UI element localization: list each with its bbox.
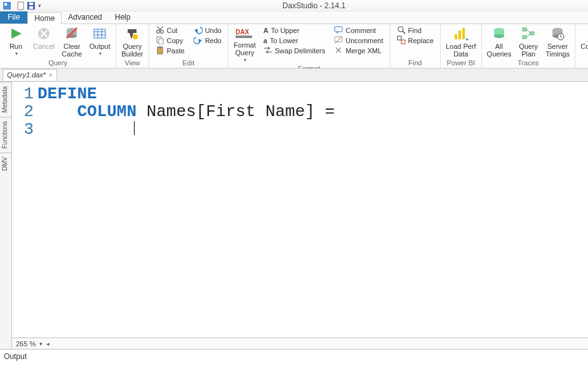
svg-point-46	[494, 34, 504, 38]
connect-button[interactable]: Connect	[578, 25, 588, 51]
undo-label: Undo	[205, 27, 222, 34]
keyword-define: DEFINE	[37, 84, 97, 103]
to-lower-icon: a	[264, 37, 267, 44]
comment-button[interactable]: Comment	[333, 25, 384, 36]
side-tab-dmv[interactable]: DMV	[0, 152, 11, 174]
replace-button[interactable]: Replace	[396, 36, 435, 46]
svg-rect-38	[398, 36, 401, 40]
cancel-button: Cancel	[30, 25, 57, 51]
svg-rect-1	[4, 3, 7, 6]
format-query-button[interactable]: DAX Format Query▾	[231, 25, 258, 65]
to-lower-label: To Lower	[270, 37, 298, 44]
query-plan-button[interactable]: Query Plan	[515, 25, 542, 59]
paste-icon	[156, 46, 164, 56]
comment-icon	[334, 26, 343, 35]
query-plan-label: Query Plan	[519, 42, 538, 58]
svg-rect-32	[335, 27, 342, 32]
svg-rect-47	[523, 28, 526, 31]
swap-icon	[264, 46, 272, 55]
cut-label: Cut	[167, 27, 178, 34]
document-tab[interactable]: Query1.dax* ×	[3, 69, 57, 81]
cut-button[interactable]: Cut	[154, 25, 186, 36]
svg-marker-33	[337, 32, 338, 34]
scroll-left-icon[interactable]: ◂	[46, 341, 50, 347]
svg-point-21	[160, 30, 163, 34]
redo-label: Redo	[205, 37, 222, 44]
connect-label: Connect	[580, 42, 588, 50]
text-cursor	[134, 121, 135, 135]
zoom-dropdown-icon[interactable]: ▾	[39, 341, 43, 347]
format-query-label: Format Query	[234, 41, 256, 56]
copy-button[interactable]: Copy	[154, 36, 186, 46]
advanced-tab[interactable]: Advanced	[62, 11, 108, 23]
svg-text:DAX: DAX	[236, 29, 249, 36]
merge-xml-button[interactable]: Merge XML	[333, 46, 384, 56]
svg-rect-42	[462, 28, 465, 39]
code-text: Names[First Name] =	[137, 102, 335, 121]
query-builder-label: Query Builder	[121, 42, 143, 58]
group-label-view: View	[119, 59, 145, 67]
search-icon	[397, 25, 406, 36]
scissors-icon	[156, 25, 164, 36]
chevron-down-icon: ▾	[15, 51, 18, 57]
new-icon[interactable]	[17, 1, 25, 10]
home-tab[interactable]: Home	[27, 12, 62, 25]
close-icon[interactable]: ×	[48, 71, 52, 79]
help-tab[interactable]: Help	[109, 11, 137, 23]
group-label-find: Find	[393, 59, 438, 67]
replace-label: Replace	[408, 37, 434, 44]
redo-button[interactable]: Redo	[192, 36, 223, 46]
run-button[interactable]: Run ▾	[3, 25, 29, 58]
code-lines[interactable]: DEFINE COLUMN Names[First Name] =	[37, 82, 588, 337]
code-editor[interactable]: 1 2 3 DEFINE COLUMN Names[First Name] =	[12, 82, 588, 337]
swap-delimiters-button[interactable]: Swap Delimiters	[262, 46, 326, 56]
paste-button[interactable]: Paste	[154, 46, 186, 56]
uncomment-button[interactable]: Uncomment	[333, 36, 384, 46]
server-timings-button[interactable]: Server Timings	[543, 25, 572, 59]
to-lower-button[interactable]: aTo Lower	[262, 36, 326, 46]
paste-label: Paste	[167, 47, 185, 55]
save-icon[interactable]	[27, 1, 36, 10]
clear-cache-label: Clear Cache	[62, 42, 82, 58]
svg-line-51	[526, 34, 530, 37]
svg-point-36	[398, 27, 403, 32]
svg-point-19	[133, 34, 138, 39]
svg-rect-49	[530, 32, 534, 35]
clear-cache-button[interactable]: Clear Cache	[58, 25, 85, 59]
to-upper-button[interactable]: ATo Upper	[262, 25, 326, 36]
undo-button[interactable]: Undo	[192, 25, 223, 36]
group-label-traces: Traces	[484, 59, 573, 67]
document-tab-name: Query1.dax*	[7, 71, 46, 79]
query-builder-button[interactable]: Query Builder	[119, 25, 145, 59]
server-timings-label: Server Timings	[545, 42, 570, 58]
replace-icon	[397, 36, 406, 46]
svg-rect-27	[159, 46, 161, 48]
svg-line-37	[403, 31, 405, 34]
swap-delimiters-label: Swap Delimiters	[275, 47, 325, 55]
cancel-label: Cancel	[33, 42, 55, 50]
to-upper-label: To Upper	[271, 27, 300, 34]
load-perf-label: Load Perf Data	[446, 42, 476, 58]
svg-rect-5	[29, 3, 33, 5]
svg-marker-6	[11, 29, 22, 39]
svg-rect-14	[94, 29, 105, 38]
uncomment-icon	[334, 36, 343, 45]
load-perf-data-button[interactable]: Load Perf Data	[443, 25, 479, 59]
side-tab-metadata[interactable]: Metadata	[0, 82, 11, 117]
find-label: Find	[408, 27, 422, 34]
file-tab[interactable]: File	[0, 11, 27, 23]
line-number: 1	[12, 86, 34, 103]
qat-dropdown-icon[interactable]: ▾	[37, 3, 43, 9]
svg-rect-39	[401, 40, 405, 44]
group-label-query: Query	[3, 59, 113, 67]
find-button[interactable]: Find	[396, 25, 435, 36]
indent	[37, 102, 77, 121]
redo-icon	[194, 36, 203, 46]
svg-marker-28	[194, 29, 197, 32]
output-button[interactable]: Output ▾	[86, 25, 113, 58]
svg-rect-31	[236, 36, 252, 38]
uncomment-label: Uncomment	[345, 37, 383, 44]
side-tab-functions[interactable]: Functions	[0, 117, 11, 152]
all-queries-button[interactable]: All Queries	[484, 25, 514, 59]
svg-marker-29	[199, 39, 202, 42]
